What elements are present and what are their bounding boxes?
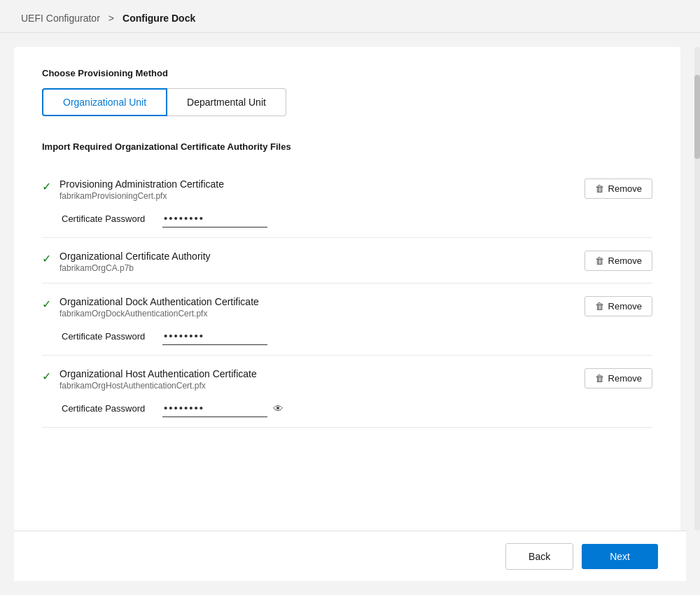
remove-btn-3[interactable]: 🗑 Remove <box>584 296 652 316</box>
cert-header-row-2: ✓ Organizational Certificate Authority f… <box>42 251 652 273</box>
cert-name-3: Organizational Dock Authentication Certi… <box>59 296 259 307</box>
cert-left-1: ✓ Provisioning Administration Certificat… <box>42 178 224 201</box>
cert-name-2: Organizational Certificate Authority <box>59 251 211 262</box>
breadcrumb-current: Configure Dock <box>122 13 195 24</box>
cert-header-row-1: ✓ Provisioning Administration Certificat… <box>42 178 652 201</box>
cert-header-row-3: ✓ Organizational Dock Authentication Cer… <box>42 296 652 318</box>
trash-icon-4: 🗑 <box>595 373 604 384</box>
import-section-label: Import Required Organizational Certifica… <box>42 141 652 152</box>
back-button[interactable]: Back <box>505 543 573 570</box>
password-row-3: Certificate Password <box>42 327 652 345</box>
breadcrumb-separator: > <box>108 13 114 24</box>
cert-item-dock-auth: ✓ Organizational Dock Authentication Cer… <box>42 284 652 356</box>
remove-label-1: Remove <box>608 183 642 194</box>
cert-filename-4: fabrikamOrgHostAuthenticationCert.pfx <box>59 381 257 391</box>
content-area: Choose Provisioning Method Organizationa… <box>14 47 680 531</box>
password-input-4[interactable] <box>162 399 267 417</box>
top-bar: UEFI Configurator > Configure Dock <box>0 0 700 33</box>
remove-label-4: Remove <box>608 373 642 384</box>
scrollbar-track[interactable] <box>694 47 700 531</box>
cert-info-1: Provisioning Administration Certificate … <box>59 178 224 201</box>
next-button[interactable]: Next <box>582 544 658 569</box>
password-input-1[interactable] <box>162 209 267 227</box>
cert-info-4: Organizational Host Authentication Certi… <box>59 368 257 391</box>
cert-name-1: Provisioning Administration Certificate <box>59 178 224 190</box>
cert-info-2: Organizational Certificate Authority fab… <box>59 251 211 273</box>
remove-btn-2[interactable]: 🗑 Remove <box>584 251 652 271</box>
tab-organizational-unit[interactable]: Organizational Unit <box>42 88 167 116</box>
trash-icon-2: 🗑 <box>595 255 604 266</box>
footer-bar: Back Next <box>14 531 686 581</box>
cert-filename-2: fabrikamOrgCA.p7b <box>59 263 211 273</box>
cert-name-4: Organizational Host Authentication Certi… <box>59 368 257 379</box>
password-label-4: Certificate Password <box>62 403 153 414</box>
remove-btn-4[interactable]: 🗑 Remove <box>584 368 652 388</box>
cert-header-row-4: ✓ Organizational Host Authentication Cer… <box>42 368 652 391</box>
check-icon-2: ✓ <box>42 252 51 265</box>
check-icon-3: ✓ <box>42 298 51 311</box>
scrollbar-thumb[interactable] <box>694 75 700 159</box>
cert-filename-3: fabrikamOrgDockAuthenticationCert.pfx <box>59 309 259 318</box>
check-icon-4: ✓ <box>42 370 51 383</box>
password-input-3[interactable] <box>162 327 267 345</box>
tab-departmental-unit[interactable]: Departmental Unit <box>167 88 286 116</box>
remove-label-2: Remove <box>608 255 642 266</box>
cert-item-org-ca: ✓ Organizational Certificate Authority f… <box>42 238 652 284</box>
remove-label-3: Remove <box>608 301 642 312</box>
password-input-wrap-3 <box>162 327 267 345</box>
cert-filename-1: fabrikamProvisioningCert.pfx <box>59 191 224 201</box>
password-row-1: Certificate Password <box>42 209 652 227</box>
cert-left-2: ✓ Organizational Certificate Authority f… <box>42 251 211 273</box>
password-label-3: Certificate Password <box>62 331 153 342</box>
provisioning-section-label: Choose Provisioning Method <box>42 68 652 78</box>
breadcrumb-parent: UEFI Configurator <box>21 13 100 24</box>
cert-info-3: Organizational Dock Authentication Certi… <box>59 296 259 318</box>
password-row-4: Certificate Password 👁 <box>42 399 652 417</box>
check-icon-1: ✓ <box>42 180 51 193</box>
password-input-wrap-1 <box>162 209 267 227</box>
main-content: Choose Provisioning Method Organizationa… <box>0 33 700 531</box>
remove-btn-1[interactable]: 🗑 Remove <box>584 178 652 199</box>
cert-item-prov-admin: ✓ Provisioning Administration Certificat… <box>42 166 652 238</box>
trash-icon-1: 🗑 <box>595 183 604 194</box>
toggle-password-visibility-btn-4[interactable]: 👁 <box>272 401 285 416</box>
cert-left-3: ✓ Organizational Dock Authentication Cer… <box>42 296 259 318</box>
password-label-1: Certificate Password <box>62 214 153 224</box>
password-input-wrap-4: 👁 <box>162 399 285 417</box>
cert-item-host-auth: ✓ Organizational Host Authentication Cer… <box>42 356 652 428</box>
provisioning-tab-group: Organizational Unit Departmental Unit <box>42 88 652 116</box>
cert-left-4: ✓ Organizational Host Authentication Cer… <box>42 368 257 391</box>
trash-icon-3: 🗑 <box>595 301 604 312</box>
eye-icon-4: 👁 <box>273 402 284 414</box>
